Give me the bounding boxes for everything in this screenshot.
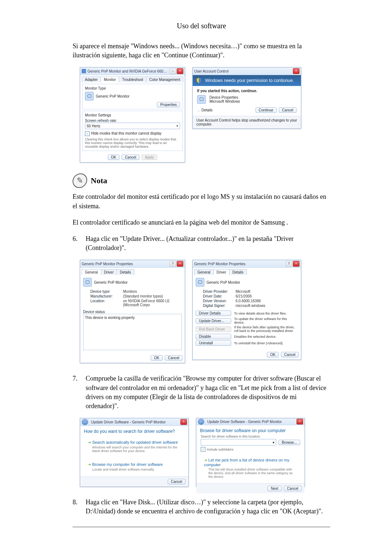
kv-value: Monitors (123, 290, 182, 294)
close-button[interactable]: × (177, 261, 183, 267)
uac-line1: Device Properties (209, 95, 240, 99)
uac-started: If you started this action, continue. (197, 89, 297, 93)
kv-key: Location: (90, 299, 123, 307)
figure-row-2: Generic PnP Monitor Properties ? × Gener… (80, 260, 330, 363)
hide-modes-label: Hide modes that this monitor cannot disp… (91, 131, 162, 135)
update-driver-button[interactable]: Update Driver... (196, 318, 231, 324)
chevron-down-icon: ⌄ (197, 108, 200, 112)
window-title: Update Driver Software - Generic PnP Mon… (91, 420, 179, 424)
chevron-down-icon: ▾ (273, 440, 274, 444)
refresh-rate-value: 60 Hertz (87, 124, 101, 128)
close-button[interactable]: × (297, 419, 303, 424)
continue-button[interactable]: Continue (256, 107, 277, 113)
screenshot-monitor-properties: Generic PnP Monitor and NVIDIA GeForce 6… (80, 67, 185, 163)
tab-adapter[interactable]: Adapter (82, 77, 101, 82)
step-7: 7. Compruebe la casilla de verificación … (73, 374, 330, 411)
tab-details[interactable]: Details (117, 269, 134, 275)
monitor-name: Generic PnP Monitor (207, 280, 240, 284)
monitor-icon (83, 278, 92, 287)
screenshot-driver-tab: Generic PnP Monitor Properties ? × Gener… (192, 260, 301, 360)
ok-button[interactable]: OK (267, 352, 278, 357)
kv-key: Digital Signer: (203, 304, 236, 308)
close-button[interactable]: × (293, 261, 299, 267)
disable-button[interactable]: Disable (196, 334, 231, 339)
note-heading: Nota (73, 173, 330, 188)
note-paragraph-2: El controlador certificado se anunciará … (73, 218, 330, 227)
window-title: User Account Control (194, 69, 291, 73)
tab-monitor[interactable]: Monitor (101, 77, 119, 82)
ok-button[interactable]: OK (151, 355, 162, 361)
shield-icon (196, 77, 202, 84)
refresh-rate-label: Screen refresh rate: (85, 119, 180, 123)
details-link[interactable]: Details (201, 108, 213, 112)
update-driver-desc: To update the driver software for this d… (234, 317, 298, 324)
tab-row: Adapter Monitor Troubleshoot Color Manag… (80, 75, 185, 82)
monitor-icon (85, 92, 94, 100)
tab-general[interactable]: General (82, 269, 101, 275)
close-button[interactable]: × (180, 419, 187, 425)
titlebar: Generic PnP Monitor and NVIDIA GeForce 6… (80, 67, 185, 75)
cancel-button[interactable]: Cancel (165, 355, 183, 361)
rollback-driver-desc: If the device fails after updating the d… (234, 325, 298, 333)
path-input[interactable]: ▾ (201, 439, 276, 446)
kv-key: Manufacturer: (90, 294, 123, 298)
help-button[interactable]: ? (170, 261, 176, 267)
tab-color-management[interactable]: Color Management (146, 77, 183, 82)
option-browse-computer[interactable]: Browse my computer for driver software L… (85, 460, 183, 474)
tab-driver[interactable]: Driver (213, 269, 230, 275)
cancel-button[interactable]: Cancel (281, 352, 299, 357)
step-8: 8. Haga clic en "Have Disk... (Utilizar … (73, 498, 330, 516)
next-button[interactable]: Next (268, 486, 282, 491)
tab-general[interactable]: General (194, 269, 214, 275)
tab-troubleshoot[interactable]: Troubleshoot (119, 77, 146, 82)
monitor-icon (196, 278, 204, 287)
kv-value: 6.0.6000.16386 (236, 299, 298, 303)
screenshot-update-wizard-browse: ← Update Driver Software - Generic PnP M… (196, 418, 305, 487)
close-button[interactable]: × (293, 68, 299, 74)
ok-button[interactable]: OK (108, 155, 119, 160)
window-title: Generic PnP Monitor and NVIDIA GeForce 6… (87, 69, 168, 73)
rollback-driver-button[interactable]: Roll Back Driver (196, 327, 231, 332)
note-paragraph-1: Este controlador del monitor está certif… (73, 192, 330, 210)
include-subfolders-label: Include subfolders (207, 448, 233, 451)
browse-button[interactable]: Browse... (278, 440, 300, 445)
document-page: Uso del software Si aparece el mensaje "… (0, 0, 392, 554)
wizard-question: How do you want to search for driver sof… (80, 426, 188, 435)
tab-details[interactable]: Details (229, 269, 247, 275)
cancel-button[interactable]: Cancel (168, 479, 185, 484)
option-subtitle: This list will show installed driver sof… (204, 468, 297, 479)
include-subfolders-checkbox[interactable]: ✓ (201, 447, 205, 452)
step-6: 6. Haga clic en "Update Driver... (Actua… (73, 234, 330, 253)
kv-value: microsoft windows (236, 304, 298, 308)
device-status-text: This device is working properly. (85, 316, 135, 320)
device-icon (197, 95, 206, 104)
help-button[interactable]: ? (286, 261, 292, 267)
hide-modes-checkbox[interactable]: ✓ (85, 131, 90, 136)
screenshot-driver-general: Generic PnP Monitor Properties ? × Gener… (80, 260, 185, 363)
app-icon (82, 69, 86, 73)
refresh-rate-dropdown[interactable]: 60 Hertz ▾ (85, 123, 180, 129)
uninstall-button[interactable]: Uninstall (196, 340, 231, 346)
step-number: 7. (73, 374, 83, 411)
driver-details-desc: To view details about the driver files. (234, 312, 298, 315)
window-title: Generic PnP Monitor Properties (82, 262, 168, 266)
step-number: 8. (73, 498, 83, 516)
tab-driver[interactable]: Driver (101, 269, 117, 275)
option-search-auto[interactable]: Search automatically for updated driver … (85, 438, 183, 455)
apply-button[interactable]: Apply (142, 155, 157, 160)
cancel-button[interactable]: Cancel (279, 107, 297, 113)
cancel-button[interactable]: Cancel (284, 486, 302, 491)
driver-details-button[interactable]: Driver Details (196, 311, 231, 316)
close-button[interactable]: × (177, 68, 183, 74)
monitor-name: Generic PnP Monitor (94, 280, 128, 284)
option-let-me-pick[interactable]: Let me pick from a list of device driver… (201, 455, 299, 481)
cancel-button[interactable]: Cancel (122, 155, 139, 160)
window-title: Generic PnP Monitor Properties (194, 262, 284, 266)
back-button[interactable]: ← (82, 419, 88, 425)
minimize-button[interactable]: – (170, 68, 176, 74)
properties-button[interactable]: Properties (157, 102, 180, 107)
screenshot-uac: User Account Control × Windows needs you… (192, 67, 301, 129)
monitor-name: Generic PnP Monitor (96, 94, 130, 98)
uac-banner-text: Windows needs your permission to contion… (205, 78, 294, 83)
back-button[interactable]: ← (198, 418, 204, 425)
